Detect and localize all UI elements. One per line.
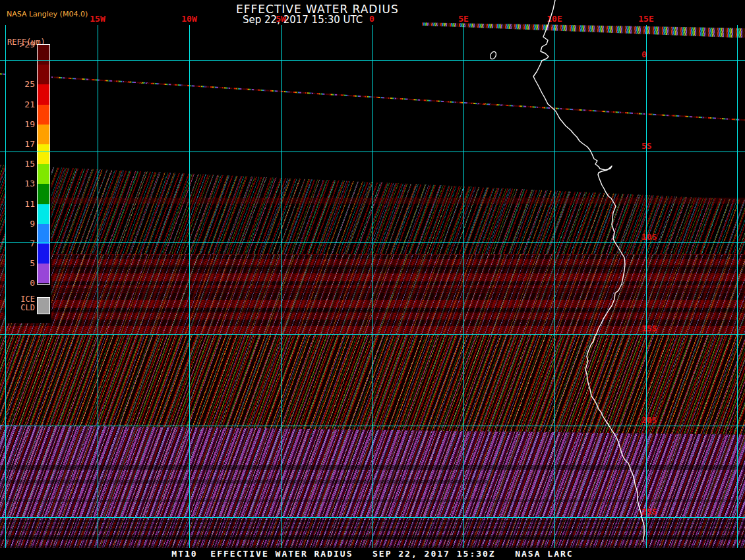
colorbar-tick-label: 9 <box>4 219 35 229</box>
colorbar-tick-label: 25 <box>4 80 35 89</box>
colorbar-tick-label: 0 <box>4 279 35 288</box>
colorbar-segment <box>38 204 49 224</box>
colorbar-segment <box>38 264 49 283</box>
longitude-label: 5E <box>458 14 469 24</box>
timestamp-subtitle: Sep 22, 2017 15:30 UTC <box>243 14 363 26</box>
colorbar-segment <box>38 125 49 144</box>
colorbar-segment <box>38 184 49 204</box>
status-bar: MT10 EFFECTIVE WATER RADIUS SEP 22, 2017… <box>0 548 745 560</box>
colorbar-tick-label: >29 <box>4 40 35 49</box>
meridian-gridline <box>554 25 555 548</box>
scan-edge-noise-band <box>422 19 745 38</box>
island-outline <box>489 51 497 60</box>
scan-artifact-line <box>0 73 745 121</box>
colorbar <box>37 44 50 285</box>
reff-swath-band-striped <box>0 334 745 436</box>
colorbar-tick-label: 17 <box>4 140 35 149</box>
colorbar-segment <box>38 105 49 125</box>
meridian-gridline <box>646 25 647 548</box>
credit-label: NASA Langley (M04.0) <box>7 10 88 18</box>
meridian-gridline <box>281 25 282 548</box>
colorbar-segment <box>38 144 49 164</box>
parallel-gridline <box>0 242 745 243</box>
reff-swath-band-south <box>0 518 745 548</box>
meridian-gridline <box>737 25 738 548</box>
meridian-gridline <box>98 25 98 548</box>
colorbar-segment <box>38 164 49 184</box>
meridian-gridline <box>5 25 6 548</box>
colorbar-tick-label: 5 <box>4 259 35 268</box>
colorbar-segment <box>38 65 49 84</box>
parallel-gridline <box>0 426 745 426</box>
colorbar-tick-label: 13 <box>4 179 35 188</box>
latitude-label: 10S <box>641 233 657 242</box>
meridian-gridline <box>463 25 464 548</box>
meridian-gridline <box>372 25 372 548</box>
longitude-label: 10W <box>181 14 196 24</box>
colorbar-tick-label: 11 <box>4 200 35 209</box>
colorbar-tick-label: 15 <box>4 159 35 169</box>
parallel-gridline <box>0 152 745 152</box>
latitude-label: 25S <box>641 507 657 517</box>
ice-cloud-label-line2: CLD <box>4 304 35 312</box>
latitude-label: 5S <box>641 142 652 151</box>
satellite-product-image: REFF(um) >29252119171513119750 ICE CLD 1… <box>0 0 745 560</box>
latitude-label: 15S <box>641 324 657 333</box>
colorbar-tick-label: 7 <box>4 239 35 248</box>
colorbar-segment <box>38 84 49 104</box>
colorbar-tick-label: 19 <box>4 120 35 129</box>
colorbar-tick-label: 21 <box>4 100 35 109</box>
colorbar-segment <box>38 244 49 264</box>
reff-swath-band-purple <box>0 425 745 518</box>
parallel-gridline <box>0 517 745 518</box>
longitude-label: 15W <box>90 14 105 24</box>
longitude-label: 15E <box>638 14 653 24</box>
longitude-label: 10E <box>547 14 562 24</box>
ice-cloud-swatch <box>37 297 50 314</box>
colorbar-segment <box>38 224 49 244</box>
parallel-gridline <box>0 334 745 335</box>
longitude-label: 0 <box>369 14 374 24</box>
colorbar-segment <box>38 45 49 65</box>
parallel-gridline <box>0 60 745 61</box>
latitude-label: 0 <box>641 50 647 59</box>
latitude-label: 20S <box>641 416 657 425</box>
meridian-gridline <box>189 25 190 548</box>
